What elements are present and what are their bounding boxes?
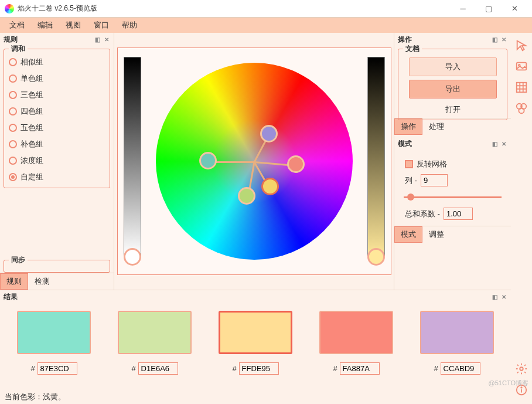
tab-ops[interactable]: 操作	[394, 118, 422, 135]
export-button[interactable]: 导出	[409, 80, 497, 99]
color-node-1[interactable]	[199, 152, 217, 169]
maximize-button[interactable]: ▢	[476, 0, 502, 18]
shapes-tool-icon[interactable]	[514, 101, 529, 116]
radio-label: 单色组	[21, 73, 43, 84]
svg-rect-2	[517, 83, 527, 93]
harmony-group: 调和 相似组单色组三色组四色组五色组补色组浓度组自定组	[4, 49, 110, 188]
ops-panel-title: 操作	[398, 35, 412, 45]
harmony-option[interactable]: 相似组	[8, 54, 106, 70]
hex-input[interactable]	[340, 362, 380, 375]
harmony-option[interactable]: 四色组	[8, 103, 106, 120]
doc-legend: 文档	[403, 44, 422, 54]
statusbar: 当前色彩：浅黄。	[0, 391, 511, 403]
harmony-option[interactable]: 三色组	[8, 87, 106, 103]
open-label[interactable]: 打开	[402, 102, 503, 117]
harmony-option[interactable]: 五色组	[8, 120, 106, 136]
menu-edit[interactable]: 编辑	[32, 18, 59, 32]
radio-label: 五色组	[21, 123, 43, 133]
hex-input[interactable]	[441, 362, 480, 375]
radio-icon[interactable]	[9, 107, 17, 116]
undock-icon[interactable]: ◧	[94, 36, 101, 43]
color-swatch[interactable]	[118, 311, 192, 354]
invert-grid-checkbox[interactable]	[405, 160, 413, 168]
image-tool-icon[interactable]	[514, 59, 529, 74]
left-panel: 规则 ◧ ✕ 调和 相似组单色组三色组四色组五色组补色组浓度组自定组 同步 规则…	[0, 33, 114, 290]
harmony-option[interactable]: 补色组	[8, 136, 106, 152]
color-node-4[interactable]	[287, 155, 305, 173]
swatch-item[interactable]: #	[9, 311, 98, 375]
columns-slider[interactable]	[404, 191, 502, 203]
lightness-handle[interactable]	[124, 248, 141, 266]
color-node-3[interactable]	[261, 178, 279, 195]
left-tabs: 规则 检测	[0, 273, 114, 290]
tab-detect[interactable]: 检测	[28, 273, 56, 290]
tab-mode[interactable]: 模式	[394, 226, 422, 243]
hex-input[interactable]	[37, 362, 77, 375]
undock-icon[interactable]: ◧	[491, 36, 498, 43]
saturation-handle[interactable]	[367, 248, 385, 266]
radio-icon[interactable]	[9, 173, 17, 181]
settings-icon[interactable]	[514, 361, 529, 376]
sum-coeff-input[interactable]	[444, 208, 473, 220]
right-panel: 操作 ◧ ✕ 文档 导入 导出 打开 操作 处理 模式 ◧ ✕ 反转网格 列 -	[394, 33, 511, 290]
app-logo-icon	[5, 4, 14, 13]
columns-input[interactable]	[421, 174, 448, 186]
color-wheel[interactable]	[156, 63, 353, 260]
tab-rules[interactable]: 规则	[0, 273, 28, 290]
minimize-button[interactable]: ─	[450, 0, 476, 18]
hex-input[interactable]	[138, 362, 178, 375]
undock-icon[interactable]: ◧	[491, 141, 498, 147]
radio-icon[interactable]	[9, 91, 17, 99]
sum-coeff-label: 总和系数 -	[405, 209, 440, 219]
grid-tool-icon[interactable]	[514, 80, 529, 95]
radio-icon[interactable]	[9, 58, 17, 66]
tab-adjust[interactable]: 调整	[422, 226, 451, 243]
radio-label: 四色组	[21, 106, 43, 117]
color-node-2[interactable]	[238, 187, 255, 205]
undock-icon[interactable]: ◧	[491, 294, 498, 300]
harmony-option[interactable]: 单色组	[8, 70, 106, 87]
swatch-item[interactable]: #	[412, 311, 502, 375]
menubar: 文档 编辑 视图 窗口 帮助	[0, 18, 532, 33]
menu-window[interactable]: 窗口	[88, 18, 115, 32]
radio-icon[interactable]	[9, 140, 17, 148]
columns-label: 列 -	[405, 175, 417, 186]
saturation-slider[interactable]	[367, 57, 385, 256]
radio-icon[interactable]	[9, 157, 17, 165]
harmony-option[interactable]: 自定组	[8, 169, 106, 185]
radio-icon[interactable]	[9, 74, 17, 83]
close-button[interactable]: ✕	[502, 0, 527, 18]
sync-legend: 同步	[9, 255, 28, 265]
invert-grid-label: 反转网格	[417, 159, 447, 169]
color-swatch[interactable]	[319, 311, 393, 354]
swatch-item[interactable]: #	[110, 311, 199, 375]
lightness-slider[interactable]	[124, 57, 141, 256]
harmony-option[interactable]: 浓度组	[8, 152, 106, 169]
close-panel-icon[interactable]: ✕	[103, 36, 110, 43]
color-swatch[interactable]	[219, 311, 292, 354]
import-button[interactable]: 导入	[409, 57, 497, 76]
radio-icon[interactable]	[9, 124, 17, 132]
doc-group: 文档 导入 导出 打开	[398, 49, 507, 120]
menu-help[interactable]: 帮助	[116, 18, 143, 32]
swatch-item[interactable]: #	[211, 311, 300, 375]
color-swatch[interactable]	[420, 311, 494, 354]
menu-file[interactable]: 文档	[4, 18, 30, 32]
radio-label: 浓度组	[21, 155, 43, 166]
canvas-frame	[117, 47, 391, 275]
sync-group: 同步	[4, 260, 110, 273]
swatch-item[interactable]: #	[312, 311, 401, 375]
tab-process[interactable]: 处理	[422, 118, 451, 135]
menu-view[interactable]: 视图	[60, 18, 87, 32]
cursor-tool-icon[interactable]	[514, 38, 529, 53]
close-panel-icon[interactable]: ✕	[500, 36, 507, 43]
left-panel-title: 规则	[4, 35, 18, 45]
svg-point-10	[520, 367, 523, 371]
color-swatch[interactable]	[17, 311, 91, 354]
color-node-5[interactable]	[260, 125, 278, 142]
close-panel-icon[interactable]: ✕	[500, 141, 507, 147]
radio-label: 自定组	[21, 172, 43, 182]
hex-input[interactable]	[239, 362, 279, 375]
close-panel-icon[interactable]: ✕	[500, 294, 507, 300]
radio-label: 补色组	[21, 139, 43, 150]
